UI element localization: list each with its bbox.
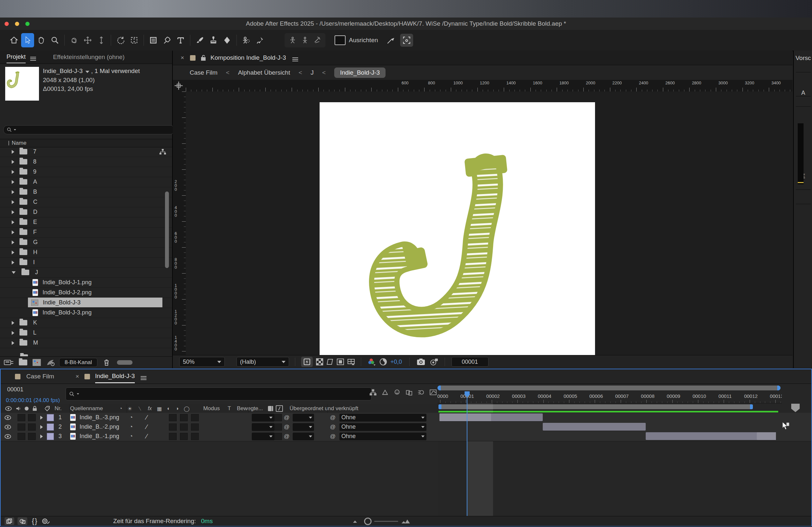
tree-chevron-icon[interactable] [12, 160, 14, 164]
footage-name[interactable]: Indie_Bold-J-3 [43, 67, 83, 75]
shy-toggle-icon[interactable]: ◔ [129, 433, 133, 440]
trkmat-pickwhip-icon[interactable]: @ [284, 433, 289, 440]
layer-row-3[interactable]: 3Indie_B..-1.png◔∕@@Ohne [1, 432, 437, 441]
audio-toggle-box[interactable] [17, 423, 25, 431]
timeline-zoom-knob[interactable] [364, 517, 372, 525]
zoom-traffic-light[interactable] [25, 22, 30, 26]
panel-menu-icon[interactable] [30, 57, 36, 57]
eraser-tool-icon[interactable] [220, 33, 233, 47]
mode-column-header[interactable]: Modus [203, 405, 220, 412]
tree-item-h[interactable]: H [0, 247, 172, 258]
layer-visibility-icon[interactable] [4, 416, 11, 420]
threed-icon[interactable]: ◯ [184, 406, 190, 412]
tree-chevron-icon[interactable] [12, 240, 14, 244]
timeline-search-input[interactable] [66, 388, 372, 401]
switch-box[interactable] [169, 433, 177, 440]
layer-expand-chevron[interactable] [40, 416, 43, 420]
tree-item-b[interactable]: B [0, 187, 172, 197]
parent-dropdown[interactable]: Ohne [339, 432, 427, 441]
parent-pickwhip-icon[interactable]: @ [330, 424, 335, 430]
timeline-ruler[interactable]: 0000000001000020000300004000050000600007… [437, 391, 782, 403]
safe-margins-icon[interactable] [337, 359, 344, 365]
lock-column-icon[interactable] [32, 406, 37, 411]
solo-toggle-box[interactable] [28, 433, 36, 440]
trkmat-pickwhip-icon[interactable]: @ [284, 415, 289, 421]
mode-dropdown[interactable] [251, 413, 275, 422]
close-tab-icon[interactable]: × [76, 373, 79, 380]
tree-item-8[interactable]: 8 [0, 157, 172, 167]
expressions-icon[interactable]: { } [32, 517, 37, 525]
preserve-box[interactable] [274, 433, 282, 440]
timeline-graph-editor-icon[interactable] [430, 389, 437, 396]
flowchart-icon[interactable] [159, 149, 166, 155]
interpret-footage-icon[interactable] [4, 359, 14, 366]
tree-chevron-icon[interactable] [12, 271, 16, 274]
tab-comp-active[interactable]: Indie_Bold-J-3 [95, 370, 135, 383]
puppet-pin-tool-icon[interactable] [253, 33, 266, 47]
switch-box[interactable] [191, 414, 199, 421]
pen-tool-icon[interactable] [160, 33, 173, 47]
timeline-mini-flowchart-icon[interactable] [369, 389, 377, 396]
new-composition-icon[interactable] [32, 359, 41, 366]
switch-box[interactable] [191, 423, 199, 431]
zoom-dropdown[interactable]: 50% [179, 357, 225, 367]
trkmat-dropdown[interactable] [292, 413, 315, 422]
exposure-value[interactable]: +0,0 [390, 359, 402, 365]
channel-rgb-icon[interactable] [367, 358, 376, 366]
breadcrumb-item-2[interactable]: Alphabet Übersicht [238, 69, 290, 76]
work-area-start-handle[interactable] [438, 404, 441, 409]
parent-column-header[interactable]: Übergeordnet und verknüpft [289, 405, 358, 412]
adjustment-icon[interactable]: ◑ [175, 406, 179, 411]
tree-item-c[interactable]: C [0, 197, 172, 207]
pan-camera-tool-icon[interactable] [81, 33, 94, 47]
audio-column-icon[interactable] [16, 406, 21, 411]
tree-item-7[interactable]: 7 [0, 147, 172, 157]
solo-column-icon[interactable] [25, 407, 29, 410]
close-traffic-light[interactable] [4, 22, 9, 26]
preserve-box[interactable] [274, 423, 282, 431]
project-scrollbar[interactable] [165, 192, 169, 268]
layer-label-chip[interactable] [47, 414, 54, 421]
layer-row-2[interactable]: 2Indie_B..-2.png◔∕@@Ohne [1, 422, 437, 432]
color-depth-icon[interactable] [46, 359, 55, 366]
trkmat-pickwhip-icon[interactable]: @ [284, 424, 289, 430]
shy-toggle-icon[interactable]: ◔ [129, 423, 133, 430]
close-tab-icon[interactable]: × [180, 54, 184, 61]
tree-chevron-icon[interactable] [12, 341, 14, 345]
char-anim-icon-3[interactable] [311, 34, 323, 46]
layer-visibility-icon[interactable] [4, 425, 11, 429]
preview-panel-stub[interactable]: Vorsc [794, 55, 812, 62]
resolution-dropdown[interactable]: (Halb) [236, 357, 289, 367]
layer-visibility-icon[interactable] [4, 434, 11, 439]
layer-duration-bar[interactable] [439, 413, 543, 421]
current-timecode[interactable]: 0:00:00:01 (24.00 fps) [6, 397, 60, 404]
quality-toggle-icon[interactable]: ∕ [146, 423, 147, 431]
tree-item-indie-bold-j-3-png[interactable]: Indie_Bold-J-3.png [0, 307, 172, 318]
switch-box[interactable] [169, 414, 177, 421]
new-folder-icon[interactable] [19, 360, 27, 365]
tree-chevron-icon[interactable] [12, 170, 14, 174]
shy-toggle-icon[interactable]: ◔ [129, 414, 133, 421]
transparency-grid-icon[interactable] [316, 358, 323, 365]
footer-grip[interactable] [117, 360, 132, 365]
align-thumbnail-icon[interactable] [335, 35, 346, 45]
draft-mode-icon[interactable] [17, 517, 27, 525]
tree-item-9[interactable]: 9 [0, 167, 172, 177]
fx-icon[interactable]: fx [148, 406, 152, 411]
current-frame-display[interactable]: 00001 [7, 386, 24, 393]
tree-item-e[interactable]: E [0, 217, 172, 227]
region-of-interest-icon[interactable] [327, 359, 334, 365]
source-column-header[interactable]: Quellenname [70, 405, 103, 412]
trkmat-column-header[interactable]: Bewegte... [237, 405, 263, 412]
zoom-out-frames-icon[interactable] [352, 519, 360, 523]
frame-blend-icon[interactable]: ▦ [157, 406, 162, 412]
tree-item-indie-bold-j-1-png[interactable]: Indie_Bold-J-1.png [0, 277, 172, 288]
ruler-origin-button[interactable] [173, 80, 186, 92]
camera-roi-tool-icon[interactable] [128, 33, 141, 47]
mode-dropdown[interactable] [251, 423, 275, 431]
timeline-frame-blend-icon[interactable] [405, 389, 413, 396]
hand-tool-icon[interactable] [35, 33, 48, 47]
switch-box[interactable] [180, 433, 188, 440]
panel-menu-icon[interactable] [292, 57, 298, 58]
tree-chevron-icon[interactable] [12, 260, 14, 265]
